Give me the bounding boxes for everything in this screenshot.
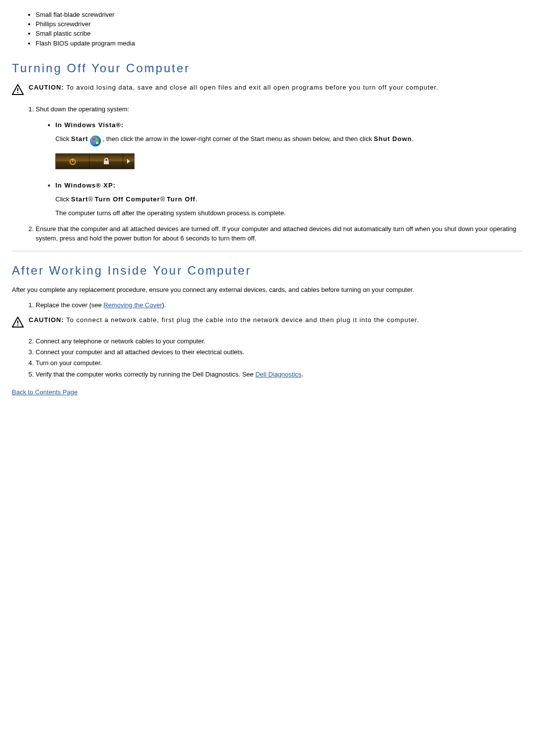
tools-list: Small flat-blade screwdriver Phillips sc… xyxy=(12,10,522,48)
after-steps: Replace the cover (see Removing the Cove… xyxy=(12,301,522,310)
vista-item: In Windows Vista®: Click Start , then cl… xyxy=(55,121,522,176)
vista-label: In Windows Vista®: xyxy=(55,121,124,129)
svg-rect-9 xyxy=(17,325,18,326)
turning-off-steps: Shut down the operating system: In Windo… xyxy=(12,105,522,243)
svg-rect-1 xyxy=(17,88,18,91)
windows-start-orb-icon xyxy=(90,136,101,146)
svg-marker-6 xyxy=(127,159,130,164)
xp-label: In Windows® XP: xyxy=(55,182,116,189)
caution-text-2: CAUTION: To connect a network cable, fir… xyxy=(29,316,522,325)
power-icon xyxy=(56,154,89,169)
tool-item: Flash BIOS update program media xyxy=(36,39,522,48)
caution-text: CAUTION: To avoid losing data, save and … xyxy=(29,83,522,92)
xp-start: Start xyxy=(71,195,89,203)
xp-turn-off-computer: Turn Off Computer xyxy=(95,195,160,203)
tool-item: Phillips screwdriver xyxy=(36,20,522,29)
heading-turning-off: Turning Off Your Computer xyxy=(12,60,522,77)
caution-triangle-icon xyxy=(12,317,24,330)
after-step1-a: Replace the cover (see xyxy=(36,301,103,309)
xp-arrow2: ® xyxy=(160,195,167,203)
caution-body: To avoid losing data, save and close all… xyxy=(64,84,439,91)
after-step-3: Connect your computer and all attached d… xyxy=(36,348,522,357)
vista-text-b: , then click the arrow in the lower-righ… xyxy=(101,135,374,142)
svg-rect-2 xyxy=(17,92,18,93)
dell-diagnostics-link[interactable]: Dell Diagnostics xyxy=(255,371,301,378)
xp-end: . xyxy=(195,195,197,203)
tool-item: Small plastic scribe xyxy=(36,29,522,38)
vista-period: . xyxy=(412,135,414,142)
arrow-right-icon xyxy=(123,154,134,169)
caution-block-2: CAUTION: To connect a network cable, fir… xyxy=(12,316,522,330)
xp-a: Click xyxy=(55,195,71,203)
xp-arrow1: ® xyxy=(88,195,94,203)
heading-after-working: After Working Inside Your Computer xyxy=(12,262,522,279)
caution-label: CAUTION: xyxy=(29,84,64,91)
after-steps-cont: Connect any telephone or network cables … xyxy=(12,337,522,379)
vista-instruction: Click Start , then click the arrow in th… xyxy=(55,135,522,146)
after-step1-b: ). xyxy=(162,301,166,309)
caution-block: CAUTION: To avoid losing data, save and … xyxy=(12,83,522,97)
lock-icon xyxy=(89,154,123,169)
xp-instruction: Click Start® Turn Off Computer® Turn Off… xyxy=(55,195,522,204)
after-step5-b: . xyxy=(302,371,304,378)
xp-item: In Windows® XP: Click Start® Turn Off Co… xyxy=(55,181,522,218)
caution-body-2: To connect a network cable, first plug t… xyxy=(64,316,420,324)
xp-turn-off: Turn Off xyxy=(167,195,195,203)
svg-rect-8 xyxy=(17,321,18,324)
vista-shutdown-word: Shut Down xyxy=(374,135,412,142)
xp-result: The computer turns off after the operati… xyxy=(55,209,522,218)
back-to-contents-link[interactable]: Back to Contents Page xyxy=(12,388,78,396)
after-intro-text: After you complete any replacement proce… xyxy=(12,285,522,294)
tool-item: Small flat-blade screwdriver xyxy=(36,10,522,19)
vista-start-menu-bar-icon xyxy=(55,153,134,169)
after-step-1: Replace the cover (see Removing the Cove… xyxy=(36,301,522,310)
after-step-4: Turn on your computer. xyxy=(36,359,522,368)
caution-label-2: CAUTION: xyxy=(29,316,64,324)
after-step-2: Connect any telephone or network cables … xyxy=(36,337,522,346)
step1-intro: Shut down the operating system: xyxy=(36,105,129,113)
caution-triangle-icon xyxy=(12,84,24,97)
after-step-5: Verify that the computer works correctly… xyxy=(36,370,522,379)
section-divider xyxy=(12,251,522,251)
svg-rect-5 xyxy=(104,161,109,164)
step-ensure-off: Ensure that the computer and all attache… xyxy=(36,225,522,242)
removing-cover-link[interactable]: Removing the Cover xyxy=(103,301,162,309)
vista-start-word: Start xyxy=(71,135,89,142)
os-sub-list: In Windows Vista®: Click Start , then cl… xyxy=(36,121,522,218)
after-step5-a: Verify that the computer works correctly… xyxy=(36,371,255,378)
vista-text-a: Click xyxy=(55,135,71,142)
step-shut-down-os: Shut down the operating system: In Windo… xyxy=(36,105,522,218)
